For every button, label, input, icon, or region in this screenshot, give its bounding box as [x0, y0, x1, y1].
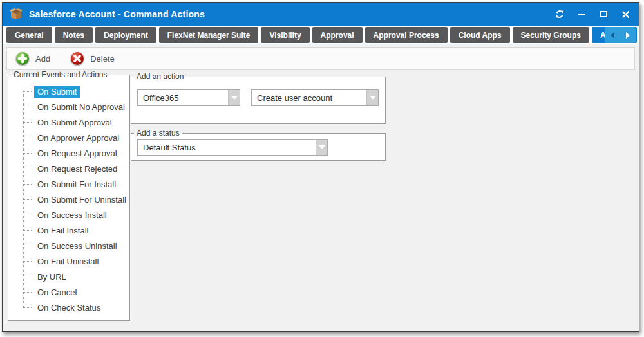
delete-button-label: Delete [90, 54, 115, 64]
tree-item-on-submit[interactable]: On Submit [8, 84, 129, 99]
events-tree: On Submit On Submit No Approval On Submi… [8, 79, 129, 315]
add-button[interactable]: Add [15, 51, 50, 66]
tree-item-on-submit-for-uninstall[interactable]: On Submit For Uninstall [8, 192, 129, 207]
close-button[interactable] [618, 7, 632, 21]
events-panel-title: Current Events and Actions [11, 70, 109, 79]
tree-item-on-approver-approval[interactable]: On Approver Approval [8, 130, 129, 145]
window-controls [553, 7, 632, 21]
refresh-icon [554, 9, 565, 19]
tab-approval[interactable]: Approval [312, 27, 363, 43]
tree-item-by-url[interactable]: By URL [8, 269, 129, 284]
tree-item-on-success-install[interactable]: On Success Install [8, 207, 129, 223]
close-icon [621, 10, 630, 19]
chevron-down-icon[interactable] [316, 140, 327, 155]
chevron-down-icon[interactable] [228, 90, 240, 105]
scroll-left-icon[interactable] [611, 32, 614, 39]
tree-item-on-request-rejected[interactable]: On Request Rejected [8, 161, 129, 176]
status-dropdown[interactable]: Default Status [137, 139, 328, 156]
delete-icon [70, 51, 85, 66]
add-action-panel: Add an action Office365 Create user acco… [131, 72, 386, 124]
minimize-icon [578, 14, 585, 15]
connector-dropdown-value: Office365 [138, 90, 228, 105]
tab-general[interactable]: General [6, 27, 52, 43]
action-dropdown[interactable]: Create user account [251, 89, 379, 106]
tab-scroll-buttons [605, 27, 636, 43]
package-icon [9, 8, 23, 21]
tab-security-groups[interactable]: Security Groups [513, 27, 589, 43]
tree-item-on-submit-for-install[interactable]: On Submit For Install [8, 176, 129, 192]
refresh-button[interactable] [553, 7, 567, 21]
dialog-window: Salesforce Account - Command Actions Gen… [2, 2, 639, 332]
content-area: Current Events and Actions On Submit On … [3, 70, 639, 337]
tree-item-on-cancel[interactable]: On Cancel [8, 284, 129, 300]
status-dropdown-value: Default Status [138, 140, 316, 155]
window-title: Salesforce Account - Command Actions [29, 9, 205, 19]
events-panel: Current Events and Actions On Submit On … [8, 70, 130, 321]
toolbar: Add Delete [6, 47, 635, 70]
add-button-label: Add [35, 54, 50, 64]
add-icon [15, 51, 30, 66]
tree-item-on-success-uninstall[interactable]: On Success Uninstall [8, 238, 129, 253]
tree-item-on-request-approval[interactable]: On Request Approval [8, 145, 129, 161]
add-status-panel-title: Add a status [134, 129, 182, 138]
add-action-panel-title: Add an action [134, 72, 186, 81]
add-status-panel: Add a status Default Status [131, 129, 386, 161]
chevron-down-icon[interactable] [366, 90, 378, 105]
action-dropdown-value: Create user account [252, 90, 366, 105]
scroll-right-icon[interactable] [626, 32, 630, 39]
tab-deployment[interactable]: Deployment [95, 27, 156, 43]
tree-item-on-fail-install[interactable]: On Fail Install [8, 223, 129, 238]
title-bar: Salesforce Account - Command Actions [3, 3, 639, 26]
tree-item-on-submit-approval[interactable]: On Submit Approval [8, 114, 129, 130]
tab-notes[interactable]: Notes [55, 27, 93, 43]
tab-cloud-apps[interactable]: Cloud Apps [450, 27, 510, 43]
tree-item-on-fail-uninstall[interactable]: On Fail Uninstall [8, 253, 129, 269]
connector-dropdown[interactable]: Office365 [137, 89, 240, 106]
tree-item-on-check-status[interactable]: On Check Status [8, 300, 129, 315]
maximize-icon [600, 11, 607, 17]
tab-visibility[interactable]: Visibility [261, 27, 309, 43]
tree-connector-line [23, 91, 24, 308]
tree-item-on-submit-no-approval[interactable]: On Submit No Approval [8, 99, 129, 114]
maximize-button[interactable] [596, 7, 611, 21]
tab-approval-process[interactable]: Approval Process [365, 27, 448, 43]
tab-bar: General Notes Deployment FlexNet Manager… [3, 26, 639, 44]
delete-button[interactable]: Delete [70, 51, 115, 66]
tab-flexnet-manager-suite[interactable]: FlexNet Manager Suite [159, 27, 259, 43]
minimize-button[interactable] [574, 7, 589, 21]
